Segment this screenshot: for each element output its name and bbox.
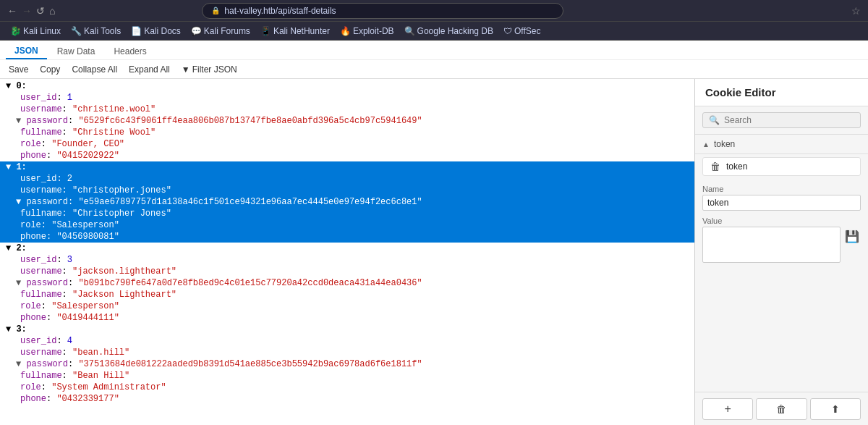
json-row-2-role: role: "Salesperson" <box>0 300 694 312</box>
add-cookie-button[interactable]: + <box>702 398 753 420</box>
bookmark-google-hacking[interactable]: 🔍 Google Hacking DB <box>400 25 498 38</box>
json-row-3-phone: phone: "0432339177" <box>0 393 694 405</box>
export-cookies-button[interactable]: ⬆ <box>810 398 861 420</box>
json-row-0-userid: user_id: 1 <box>0 92 694 104</box>
json-row-0-username: username: "christine.wool" <box>0 104 694 115</box>
json-area[interactable]: ▼ 0: user_id: 1 username: "christine.woo… <box>0 79 694 425</box>
kali-docs-icon: 📄 <box>131 26 142 36</box>
back-button[interactable]: ← <box>7 5 17 17</box>
browser-controls: ← → ↺ ⌂ <box>7 5 55 17</box>
browser-chrome: ← → ↺ ⌂ 🔒 hat-valley.htb/api/staff-detai… <box>0 0 868 22</box>
home-button[interactable]: ⌂ <box>49 5 55 17</box>
google-hacking-icon: 🔍 <box>404 26 415 36</box>
cookie-save-row: 💾 <box>702 227 861 263</box>
bookmark-kali-tools[interactable]: 🔧 Kali Tools <box>67 25 125 38</box>
forward-button[interactable]: → <box>22 5 32 17</box>
exploit-db-icon: 🔥 <box>340 26 351 36</box>
kali-forums-icon: 💬 <box>191 26 202 36</box>
cookie-item-name: token <box>726 161 747 172</box>
url-text: hat-valley.htb/api/staff-details <box>224 6 336 16</box>
bookmark-offsec[interactable]: 🛡 OffSec <box>499 25 545 38</box>
json-row-2-userid: user_id: 3 <box>0 254 694 266</box>
json-row-3-password: ▼ password: "37513684de081222aaded9b8391… <box>0 358 694 370</box>
value-field-label: Value <box>702 216 861 225</box>
star-icon[interactable]: ☆ <box>851 5 861 17</box>
json-row-1-fullname: fullname: "Christopher Jones" <box>0 208 694 219</box>
name-field-label: Name <box>702 185 861 193</box>
address-bar[interactable]: 🔒 hat-valley.htb/api/staff-details <box>202 3 563 19</box>
bookmark-kali-linux[interactable]: 🐉 Kali Linux <box>6 25 65 38</box>
filter-icon: ▼ <box>182 64 190 75</box>
json-section-1: ▼ 1: <box>0 161 694 173</box>
cookie-editor-header: Cookie Editor <box>695 79 868 106</box>
json-row-3-userid: user_id: 4 <box>0 335 694 347</box>
tab-raw-data[interactable]: Raw Data <box>48 44 104 59</box>
cookie-field-save-button[interactable]: 💾 <box>843 228 861 245</box>
json-row-1-userid: user_id: 2 <box>0 173 694 185</box>
json-row-1-username: username: "christopher.jones" <box>0 185 694 196</box>
json-row-3-role: role: "System Administrator" <box>0 382 694 393</box>
json-section-3: ▼ 3: <box>0 324 694 335</box>
cookie-fields: Name Value 💾 <box>695 179 868 392</box>
json-row-3-fullname: fullname: "Bean Hill" <box>0 370 694 382</box>
kali-nethunter-icon: 📱 <box>260 26 271 36</box>
json-row-0-phone: phone: "0415202922" <box>0 150 694 161</box>
cookie-token-section: ▲ token <box>695 135 868 154</box>
json-row-3-username: username: "bean.hill" <box>0 347 694 358</box>
main-layout: ▼ 0: user_id: 1 username: "christine.woo… <box>0 79 868 425</box>
search-icon: 🔍 <box>709 115 720 125</box>
json-row-1-password: ▼ password: "e59ae67897757d1a138a46c1f50… <box>0 196 694 208</box>
kali-linux-icon: 🐉 <box>10 26 21 36</box>
json-row-0-role: role: "Founder, CEO" <box>0 138 694 150</box>
name-field-input[interactable] <box>702 195 861 211</box>
json-row-0-password: ▼ password: "6529fc6c43f9061ff4eaa806b08… <box>0 115 694 127</box>
search-input[interactable] <box>724 115 854 125</box>
json-row-2-username: username: "jackson.lightheart" <box>0 266 694 277</box>
offsec-icon: 🛡 <box>503 26 512 36</box>
json-row-2-phone: phone: "0419444111" <box>0 312 694 324</box>
json-row-2-fullname: fullname: "Jackson Lightheart" <box>0 289 694 300</box>
bookmark-exploit-db[interactable]: 🔥 Exploit-DB <box>336 25 399 38</box>
cookie-search-container: 🔍 <box>702 112 861 128</box>
cookie-item-container: 🗑 token <box>695 154 868 179</box>
save-button[interactable]: Save <box>6 63 31 76</box>
content-tabs-toolbar: JSON Raw Data Headers Save Copy Collapse… <box>0 41 868 79</box>
json-row-1-role: role: "Salesperson" <box>0 219 694 231</box>
lock-icon: 🔒 <box>211 7 220 14</box>
kali-tools-icon: 🔧 <box>71 26 82 36</box>
expand-all-button[interactable]: Expand All <box>126 63 173 76</box>
bookmark-kali-docs[interactable]: 📄 Kali Docs <box>127 25 185 38</box>
json-row-2-password: ▼ password: "b091bc790fe647a0d7e8fb8ed9c… <box>0 277 694 289</box>
tab-json[interactable]: JSON <box>6 43 47 59</box>
cookie-search-area: 🔍 <box>695 106 868 135</box>
bookmark-kali-nethunter[interactable]: 📱 Kali NetHunter <box>256 25 334 38</box>
tab-bar: JSON Raw Data Headers <box>0 41 868 59</box>
tab-headers[interactable]: Headers <box>105 44 155 59</box>
json-section-2: ▼ 2: <box>0 243 694 254</box>
delete-all-cookies-button[interactable]: 🗑 <box>756 398 807 420</box>
toolbar: Save Copy Collapse All Expand All ▼ Filt… <box>0 59 868 78</box>
json-row-1-phone: phone: "0456980081" <box>0 231 694 243</box>
chevron-down-icon: ▲ <box>702 140 710 148</box>
value-field-input[interactable] <box>702 227 841 263</box>
bookmark-kali-forums[interactable]: 💬 Kali Forums <box>187 25 255 38</box>
cookie-item: 🗑 token <box>702 157 861 176</box>
cookie-item-delete-button[interactable]: 🗑 <box>709 161 722 172</box>
bookmarks-bar: 🐉 Kali Linux 🔧 Kali Tools 📄 Kali Docs 💬 … <box>0 22 868 41</box>
json-row-0-fullname: fullname: "Christine Wool" <box>0 127 694 138</box>
cookie-actions: + 🗑 ⬆ <box>695 392 868 425</box>
filter-json-btn[interactable]: ▼ Filter JSON <box>179 63 240 76</box>
section-name: token <box>714 139 735 149</box>
copy-button[interactable]: Copy <box>37 63 63 76</box>
refresh-button[interactable]: ↺ <box>36 5 45 17</box>
json-section-0: ▼ 0: <box>0 80 694 92</box>
collapse-all-button[interactable]: Collapse All <box>69 63 120 76</box>
cookie-section-header[interactable]: ▲ token <box>702 139 861 149</box>
cookie-editor-panel: Cookie Editor 🔍 ▲ token 🗑 token Name <box>694 79 868 425</box>
